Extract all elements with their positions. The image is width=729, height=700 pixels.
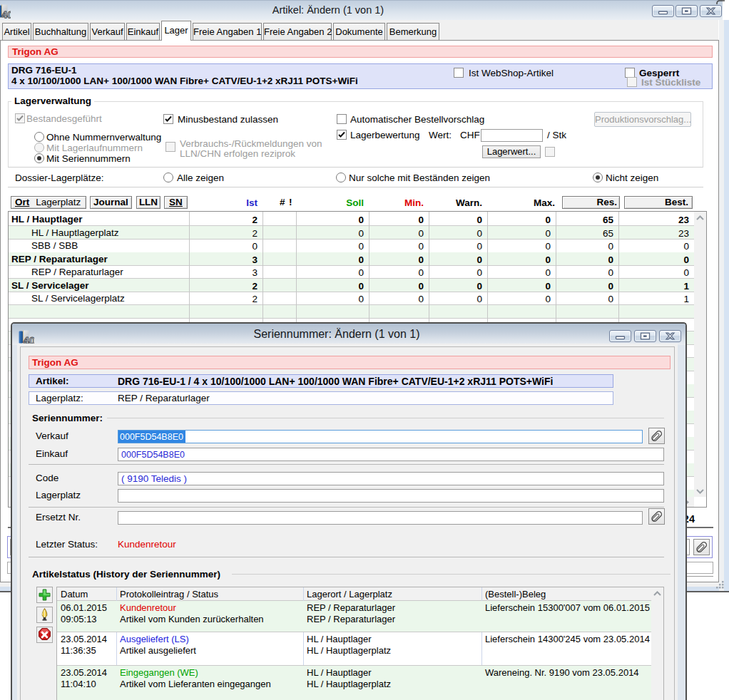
svg-text:40: 40 <box>1 9 11 19</box>
svg-text:40: 40 <box>24 334 35 344</box>
